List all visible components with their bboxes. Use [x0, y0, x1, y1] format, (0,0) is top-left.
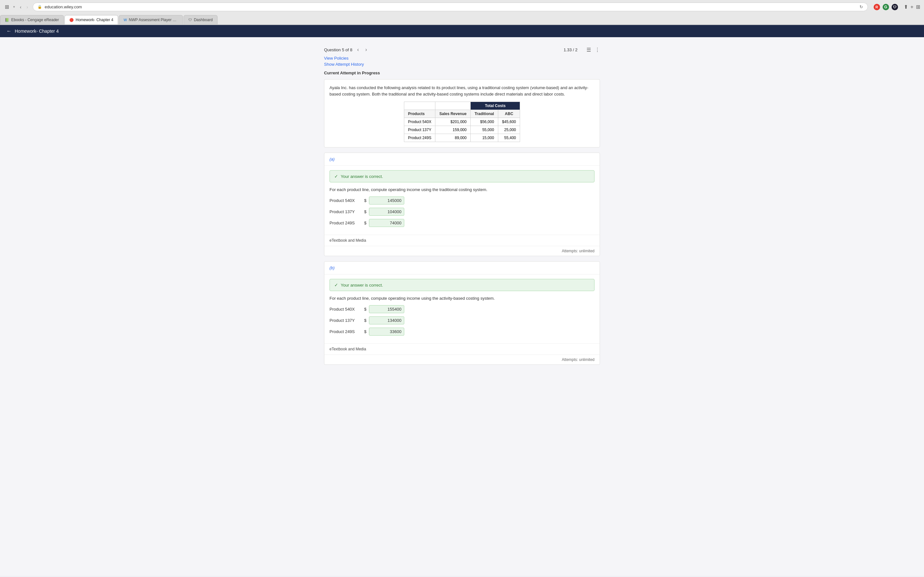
tabs-bar: 📗 Ebooks - Cengage eReader 🔴 Homework- C… [0, 14, 924, 25]
section-a-label: (a) [325, 153, 599, 166]
section-a-input-row-0: Product 540X $ [330, 197, 594, 205]
share-button[interactable]: ⬆ [904, 4, 908, 10]
grammarly-icon[interactable]: G [883, 4, 889, 10]
table-row: Product 540X $201,000 $56,000 $45,600 [404, 118, 520, 126]
col-products: Products [404, 110, 435, 118]
nwp-favicon: W [124, 18, 127, 22]
section-b-correct-text: Your answer is correct. [341, 283, 383, 287]
correct-check-icon-a: ✓ [334, 174, 338, 179]
extensions-area: R G 🛡 [874, 4, 898, 10]
tab-homework[interactable]: 🔴 Homework- Chapter 4 [65, 15, 118, 24]
prev-question-button[interactable]: ‹ [355, 46, 360, 53]
address-input[interactable] [45, 5, 857, 9]
view-policies-link[interactable]: View Policies [324, 55, 600, 61]
nav-back-button[interactable]: ← [6, 28, 11, 34]
product-137y-abc: 25,000 [498, 126, 520, 134]
section-b-input-row-1: Product 137Y $ [330, 316, 594, 324]
section-a-dollar-1: $ [364, 210, 367, 214]
lock-icon: 🔒 [37, 5, 42, 9]
grid-button[interactable]: ⊞ [916, 4, 920, 10]
browser-toolbar: ⊞ ▾ ‹ › 🔒 ↻ R G 🛡 ⬆ + ⊞ [0, 0, 924, 14]
links-area: View Policies Show Attempt History [324, 55, 600, 67]
section-b-dollar-1: $ [364, 318, 367, 323]
section-b-instruction: For each product line, compute operating… [330, 295, 594, 301]
ebooks-favicon: 📗 [5, 18, 9, 22]
sidebar-toggle-button[interactable]: ⊞ [4, 3, 10, 11]
section-a-input-row-1: Product 137Y $ [330, 208, 594, 216]
section-a-dollar-0: $ [364, 198, 367, 203]
section-a-attempts: Attempts: unlimited [325, 246, 599, 256]
product-249s-abc: 55,400 [498, 134, 520, 142]
product-249s-sales: 89,000 [435, 134, 471, 142]
product-540x-abc: $45,600 [498, 118, 520, 126]
product-249s-traditional: 15,000 [471, 134, 498, 142]
product-540x-sales: $201,000 [435, 118, 471, 126]
tab-ebooks-label: Ebooks - Cengage eReader [11, 18, 59, 22]
section-a-etextbook-label: eTextbook and Media [330, 238, 366, 243]
correct-check-icon-b: ✓ [334, 282, 338, 287]
section-b-dollar-2: $ [364, 329, 367, 334]
tab-nwp[interactable]: W NWP Assessment Player UI Application [119, 15, 183, 24]
question-header: Question 5 of 8 ‹ › 1.33 / 2 ☰ ⋮ [324, 42, 600, 55]
new-tab-button[interactable]: + [911, 4, 913, 10]
problem-text: Ayala Inc. has conducted the following a… [330, 85, 594, 97]
section-b-attempts: Attempts: unlimited [325, 355, 599, 364]
section-b-correct-banner: ✓ Your answer is correct. [330, 279, 594, 291]
current-attempt-label: Current Attempt in Progress [324, 71, 600, 75]
section-b-dollar-0: $ [364, 307, 367, 311]
list-view-button[interactable]: ☰ [586, 47, 591, 53]
forward-button[interactable]: › [25, 3, 30, 11]
section-b: (b) ✓ Your answer is correct. For each p… [324, 261, 600, 365]
section-b-input-row-0: Product 540X $ [330, 305, 594, 313]
section-b-input-540x[interactable] [369, 305, 404, 313]
data-table: Total Costs Products Sales Revenue Tradi… [404, 102, 520, 142]
content-wrapper: Question 5 of 8 ‹ › 1.33 / 2 ☰ ⋮ View Po… [318, 37, 606, 375]
section-a-input-137y[interactable] [369, 208, 404, 216]
section-a-input-540x[interactable] [369, 197, 404, 205]
section-b-input-137y[interactable] [369, 316, 404, 324]
section-a-label-249s: Product 249S [330, 221, 362, 226]
browser-chrome: ⊞ ▾ ‹ › 🔒 ↻ R G 🛡 ⬆ + ⊞ 📗 Ebooks - Cenga… [0, 0, 924, 25]
main-content: Question 5 of 8 ‹ › 1.33 / 2 ☰ ⋮ View Po… [0, 37, 924, 576]
section-a-label-137y: Product 137Y [330, 210, 362, 214]
tab-nwp-label: NWP Assessment Player UI Application [129, 18, 178, 22]
nav-title: Homework- Chapter 4 [15, 29, 59, 34]
tab-dashboard[interactable]: 🛡 Dashboard [184, 15, 218, 24]
product-137y-traditional: 55,000 [471, 126, 498, 134]
product-249s-name: Product 249S [404, 134, 435, 142]
shield-extension-icon[interactable]: 🛡 [892, 4, 898, 10]
section-b-etextbook-bar[interactable]: eTextbook and Media [325, 343, 599, 355]
product-540x-name: Product 540X [404, 118, 435, 126]
section-b-label-249s: Product 249S [330, 329, 362, 334]
section-b-input-row-2: Product 249S $ [330, 327, 594, 335]
browser-controls: ‹ › [18, 3, 29, 11]
question-score: 1.33 / 2 [564, 47, 577, 52]
table-row: Product 137Y 159,000 55,000 25,000 [404, 126, 520, 134]
section-a: (a) ✓ Your answer is correct. For each p… [324, 153, 600, 256]
reload-button[interactable]: ↻ [859, 5, 863, 9]
r-extension-icon[interactable]: R [874, 4, 880, 10]
show-attempt-history-link[interactable]: Show Attempt History [324, 61, 600, 67]
tab-homework-label: Homework- Chapter 4 [76, 18, 113, 22]
product-137y-name: Product 137Y [404, 126, 435, 134]
more-options-button[interactable]: ⋮ [595, 47, 600, 53]
address-bar-container[interactable]: 🔒 ↻ [33, 3, 867, 11]
col-sales: Sales Revenue [435, 110, 471, 118]
section-a-input-249s[interactable] [369, 219, 404, 227]
section-b-input-249s[interactable] [369, 327, 404, 335]
tab-ebooks[interactable]: 📗 Ebooks - Cengage eReader [0, 15, 64, 24]
section-a-label-540x: Product 540X [330, 198, 362, 203]
homework-favicon: 🔴 [69, 18, 74, 22]
section-b-label-540x: Product 540X [330, 307, 362, 311]
question-nav: Question 5 of 8 ‹ › [324, 46, 368, 53]
section-a-input-row-2: Product 249S $ [330, 219, 594, 227]
section-a-etextbook-bar[interactable]: eTextbook and Media [325, 235, 599, 246]
next-question-button[interactable]: › [364, 46, 368, 53]
section-a-instruction: For each product line, compute operating… [330, 187, 594, 193]
back-button[interactable]: ‹ [18, 3, 23, 11]
dashboard-favicon: 🛡 [188, 18, 192, 22]
section-a-correct-text: Your answer is correct. [341, 174, 383, 179]
nav-bar: ← Homework- Chapter 4 [0, 25, 924, 37]
section-b-content: ✓ Your answer is correct. For each produ… [325, 274, 599, 343]
product-540x-traditional: $56,000 [471, 118, 498, 126]
